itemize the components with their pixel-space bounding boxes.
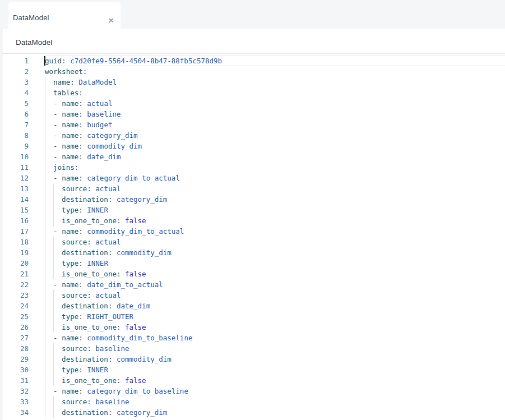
code-line[interactable]: 24 destination: date_dim — [3, 301, 505, 311]
code-line[interactable]: 9 - name: commodity_dim — [3, 141, 505, 151]
indent-guide — [53, 375, 54, 386]
indent-guide — [45, 375, 45, 386]
code-text: - name: commodity_dim — [45, 142, 142, 150]
code-line[interactable]: 32 - name: category_dim_to_baseline — [3, 386, 505, 396]
code-line[interactable]: 5 - name: actual — [3, 98, 505, 109]
code-line-content[interactable]: - name: date_dim — [37, 151, 505, 162]
tab-close-icon[interactable]: ✕ — [106, 16, 115, 25]
code-line[interactable]: 12 - name: category_dim_to_actual — [3, 173, 505, 183]
code-line-content[interactable]: destination: date_dim — [37, 301, 505, 311]
line-number: 33 — [3, 396, 37, 407]
code-line[interactable]: 14 destination: category_dim — [3, 194, 505, 205]
code-line-content[interactable]: - name: commodity_dim_to_actual — [37, 226, 505, 237]
indent-guide — [53, 215, 54, 226]
line-number: 8 — [3, 130, 37, 141]
code-line-content[interactable]: tables: — [37, 87, 505, 98]
indent-guide — [53, 343, 54, 354]
code-line[interactable]: 7 - name: budget — [3, 119, 505, 130]
code-line-content[interactable]: destination: category_dim — [37, 407, 505, 418]
code-line-content[interactable]: guid: c7d20fe9-5564-4504-8b47-88fb5c578d… — [37, 56, 505, 66]
code-line-content[interactable]: is_one_to_one: false — [37, 322, 505, 333]
code-line[interactable]: 18 source: actual — [3, 237, 505, 247]
code-line-content[interactable]: - name: commodity_dim — [37, 141, 505, 151]
code-line-content[interactable]: - name: date_dim_to_actual — [37, 279, 505, 290]
line-number: 23 — [3, 290, 37, 301]
code-line[interactable]: 26 is_one_to_one: false — [3, 322, 505, 333]
code-line-content[interactable]: - name: commodity_dim_to_baseline — [37, 333, 505, 343]
code-line-content[interactable]: is_one_to_one: false — [37, 269, 505, 279]
code-line-content[interactable]: - name: category_dim_to_actual — [37, 173, 505, 183]
code-line[interactable]: 20 type: INNER — [3, 258, 505, 269]
code-text: destination: category_dim — [45, 195, 167, 204]
indent-guide — [45, 162, 45, 173]
code-line[interactable]: 23 source: actual — [3, 290, 505, 301]
code-line-content[interactable]: type: RIGHT_OUTER — [37, 311, 505, 322]
code-line[interactable]: 11 joins: — [3, 162, 505, 173]
code-editor[interactable]: 1guid: c7d20fe9-5564-4504-8b47-88fb5c578… — [3, 54, 505, 420]
code-line-content[interactable]: - name: actual — [37, 98, 505, 109]
code-line-content[interactable]: source: baseline — [37, 396, 505, 407]
code-line[interactable]: 19 destination: commodity_dim — [3, 247, 505, 258]
code-line-content[interactable]: type: INNER — [37, 364, 505, 375]
code-line[interactable]: 6 - name: baseline — [3, 109, 505, 119]
code-line[interactable]: 30 type: INNER — [3, 364, 505, 375]
code-text: source: actual — [45, 238, 121, 246]
code-text: is_one_to_one: false — [45, 376, 146, 385]
code-line-content[interactable]: - name: budget — [37, 119, 505, 130]
code-line[interactable]: 13 source: actual — [3, 183, 505, 194]
code-line-content[interactable]: destination: category_dim — [37, 194, 505, 205]
tab-datamodel[interactable]: DataModel ✕ — [8, 2, 121, 29]
line-number: 29 — [3, 354, 37, 364]
code-line-content[interactable]: name: DataModel — [37, 77, 505, 87]
code-line-content[interactable]: - name: category_dim_to_baseline — [37, 386, 505, 396]
code-line-content[interactable]: is_one_to_one: false — [37, 375, 505, 386]
indent-guide — [53, 205, 54, 215]
code-line[interactable]: 15 type: INNER — [3, 205, 505, 215]
code-lines: 1guid: c7d20fe9-5564-4504-8b47-88fb5c578… — [3, 56, 505, 418]
indent-guide — [53, 311, 54, 322]
indent-guide — [45, 386, 45, 396]
code-line[interactable]: 3 name: DataModel — [3, 77, 505, 87]
code-text: - name: commodity_dim_to_baseline — [45, 334, 192, 342]
code-line-content[interactable]: type: INNER — [37, 258, 505, 269]
code-line-content[interactable]: - name: baseline — [37, 109, 505, 119]
code-line[interactable]: 34 destination: category_dim — [3, 407, 505, 418]
code-line[interactable]: 8 - name: category_dim — [3, 130, 505, 141]
code-line[interactable]: 27 - name: commodity_dim_to_baseline — [3, 333, 505, 343]
line-number: 27 — [3, 333, 37, 343]
code-line[interactable]: 10 - name: date_dim — [3, 151, 505, 162]
code-line-content[interactable]: worksheet: — [37, 66, 505, 77]
code-line-content[interactable]: source: actual — [37, 183, 505, 194]
code-line[interactable]: 4 tables: — [3, 87, 505, 98]
code-line[interactable]: 17 - name: commodity_dim_to_actual — [3, 226, 505, 237]
code-line-content[interactable]: type: INNER — [37, 205, 505, 215]
code-line-content[interactable]: joins: — [37, 162, 505, 173]
code-line[interactable]: 21 is_one_to_one: false — [3, 269, 505, 279]
code-text: is_one_to_one: false — [45, 323, 146, 331]
code-line[interactable]: 1guid: c7d20fe9-5564-4504-8b47-88fb5c578… — [3, 56, 505, 66]
code-text: - name: actual — [45, 99, 112, 108]
code-line-content[interactable]: source: actual — [37, 237, 505, 247]
line-number: 20 — [3, 258, 37, 269]
code-line[interactable]: 25 type: RIGHT_OUTER — [3, 311, 505, 322]
code-line-content[interactable]: - name: category_dim — [37, 130, 505, 141]
code-line-content[interactable]: source: baseline — [37, 343, 505, 354]
code-line[interactable]: 29 destination: commodity_dim — [3, 354, 505, 364]
code-line-content[interactable]: destination: commodity_dim — [37, 354, 505, 364]
indent-guide — [45, 290, 45, 301]
code-line[interactable]: 2worksheet: — [3, 66, 505, 77]
code-text: source: actual — [45, 184, 121, 193]
code-line[interactable]: 16 is_one_to_one: false — [3, 215, 505, 226]
line-number: 22 — [3, 279, 37, 290]
code-line-content[interactable]: is_one_to_one: false — [37, 215, 505, 226]
code-text: joins: — [45, 163, 78, 172]
code-line[interactable]: 28 source: baseline — [3, 343, 505, 354]
code-line[interactable]: 31 is_one_to_one: false — [3, 375, 505, 386]
indent-guide — [53, 269, 54, 279]
line-number: 10 — [3, 151, 37, 162]
code-text: source: baseline — [45, 398, 129, 406]
code-line[interactable]: 22 - name: date_dim_to_actual — [3, 279, 505, 290]
code-line-content[interactable]: destination: commodity_dim — [37, 247, 505, 258]
code-line[interactable]: 33 source: baseline — [3, 396, 505, 407]
code-line-content[interactable]: source: actual — [37, 290, 505, 301]
